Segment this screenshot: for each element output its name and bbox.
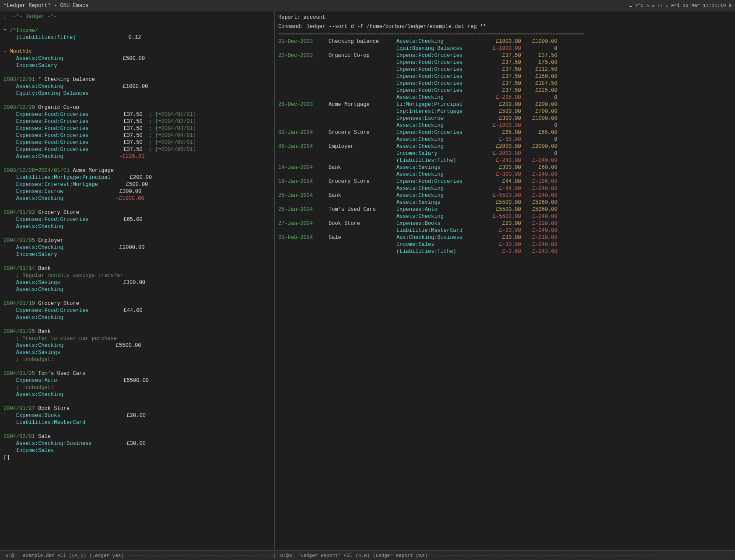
rp-amount: £-3.60 — [488, 248, 521, 255]
line-2004-01-05: 2004/01/05 Employer — [0, 237, 274, 244]
rp-date — [278, 171, 329, 178]
rp-amount: £-5500.00 — [488, 192, 521, 199]
rp-row-2: Equi:Opening Balances £-1000.00 0 — [275, 45, 735, 52]
line-blank12 — [0, 398, 274, 405]
rp-amount: £1000.00 — [488, 38, 521, 45]
rp-date — [278, 157, 329, 164]
rp-amount: £5500.00 — [488, 199, 521, 206]
rp-running: £-240.00 — [525, 213, 557, 220]
line-groceries-3: Expenses:Food:Groceries£37.50 ; [=2004/0… — [0, 125, 274, 132]
rp-amount: £-5500.00 — [488, 213, 521, 220]
line-equity-opening: Equity:Opening Balances — [0, 90, 274, 97]
line-section: = /*Income/ — [0, 27, 274, 34]
rp-date — [278, 248, 329, 255]
line-groceries-2: Expenses:Food:Groceries£37.50 ; [=2004/0… — [0, 118, 274, 125]
line-assets-1000: Assets:Checking£1000.00 — [0, 83, 274, 90]
rp-date — [278, 122, 329, 129]
rp-date — [278, 87, 329, 94]
line-blank8 — [0, 258, 274, 265]
rp-payee — [329, 59, 396, 66]
rp-payee — [329, 87, 396, 94]
rp-running: £150.00 — [525, 73, 557, 80]
network-icon: ↑↓ — [657, 3, 663, 8]
rp-running: £2000.00 — [525, 143, 557, 150]
rp-account: Expens:Food:Groceries — [396, 66, 488, 73]
rp-date: 25-Jan-2004 — [278, 192, 329, 199]
weather-display: ☁ 7°C — [629, 3, 644, 8]
rp-date: 27-Jan-2004 — [278, 220, 329, 227]
rp-running: 0 — [525, 45, 557, 52]
line-cursor: [] — [0, 454, 274, 461]
rp-running: £-240.00 — [525, 157, 557, 164]
rp-account: Expens:Food:Groceries — [396, 59, 488, 66]
rp-running: £225.00 — [525, 87, 557, 94]
rp-amount: £2000.00 — [488, 143, 521, 150]
rp-date: 01-Feb-2004 — [278, 234, 329, 241]
line-tithe: (Liabilities:Tithe)0.12 — [0, 34, 274, 41]
rp-running: £-220.00 — [525, 220, 557, 227]
rp-row-29: 01-Feb-2004 Sale Ass:Checking:Business £… — [275, 234, 735, 241]
line-2004-01-25-bank: 2004/01/25 Bank — [0, 328, 274, 335]
rp-amount: £37.50 — [488, 80, 521, 87]
rp-account: Assets:Checking — [396, 192, 488, 199]
rp-row-24: Assets:Savings £5500.00 £5260.00 — [275, 199, 735, 206]
line-blank7 — [0, 230, 274, 237]
rp-account: Income:Salary — [396, 150, 488, 157]
rp-account: Assets:Checking — [396, 122, 488, 129]
settings-icon[interactable]: ⚙ — [728, 3, 732, 8]
rp-row-1: 01-Dec-2003 Checking balance Assets:Chec… — [275, 38, 735, 45]
line-2004-01-27: 2004/01/27 Book Store — [0, 405, 274, 412]
line-2004-02-01: 2004/02/01 Sale — [0, 433, 274, 440]
rp-account: Assets:Checking — [396, 185, 488, 192]
line-blank11 — [0, 363, 274, 370]
rp-row-26: Assets:Checking £-5500.00 £-240.00 — [275, 213, 735, 220]
rp-running: £65.00 — [525, 129, 557, 136]
right-pane[interactable]: Report: account Command: ledger --sort d… — [275, 11, 735, 550]
rp-payee — [329, 157, 396, 164]
rp-payee — [329, 185, 396, 192]
rp-running: 0 — [525, 136, 557, 143]
rp-running: £700.00 — [525, 108, 557, 115]
rp-account: Li:Mortgage:Principal — [396, 101, 488, 108]
rp-row-20: Assets:Checking £-300.00 £-240.00 — [275, 171, 735, 178]
rp-account: Assets:Checking — [396, 171, 488, 178]
rp-running: £187.50 — [525, 80, 557, 87]
rp-row-16: 05-Jan-2004 Employer Assets:Checking £20… — [275, 143, 735, 150]
rp-payee — [329, 199, 396, 206]
rp-date — [278, 136, 329, 143]
line-blank5 — [0, 160, 274, 167]
rp-account: Assets:Savings — [396, 199, 488, 206]
titlebar-title: *Ledger Report* - GNU Emacs — [4, 3, 88, 9]
rp-payee: Tom's Used Cars — [329, 206, 396, 213]
rp-payee — [329, 171, 396, 178]
line-blank2 — [0, 41, 274, 48]
rp-payee: Grocery Store — [329, 129, 396, 136]
line-groceries-44: Expenses:Food:Groceries£44.00 — [0, 307, 274, 314]
rp-amount: £200.00 — [488, 101, 521, 108]
rp-running: 0 — [525, 122, 557, 129]
rp-account: Expenses:Books — [396, 220, 488, 227]
rp-date — [278, 73, 329, 80]
line-blank13 — [0, 426, 274, 433]
rp-amount: £-20.00 — [488, 227, 521, 234]
rp-running: £112.50 — [525, 66, 557, 73]
rp-account: Assets:Checking — [396, 143, 488, 150]
line-2004-01-19: 2004/01/19 Grocery Store — [0, 300, 274, 307]
line-auto-5500: Expenses:Auto£5500.00 — [0, 377, 274, 384]
rp-amount: £37.50 — [488, 87, 521, 94]
left-pane[interactable]: ; -*- ledger -*- = /*Income/ (Liabilitie… — [0, 11, 275, 550]
volume-icon: ♪ — [665, 3, 668, 8]
rp-running: £200.00 — [525, 101, 557, 108]
rp-date — [278, 213, 329, 220]
rp-payee — [329, 115, 396, 122]
line-monthly: ~ Monthly — [0, 48, 274, 55]
rp-payee: Organic Co-op — [329, 52, 396, 59]
rp-date — [278, 108, 329, 115]
line-groceries-4: Expenses:Food:Groceries£37.50 ; [=2004/0… — [0, 132, 274, 139]
rp-running: £60.00 — [525, 164, 557, 171]
rp-running: £1000.00 — [525, 115, 557, 122]
rp-account: Assets:Checking — [396, 136, 488, 143]
rp-row-6: Expens:Food:Groceries £37.50 £150.00 — [275, 73, 735, 80]
rp-amount: £20.00 — [488, 220, 521, 227]
rp-payee — [329, 45, 396, 52]
